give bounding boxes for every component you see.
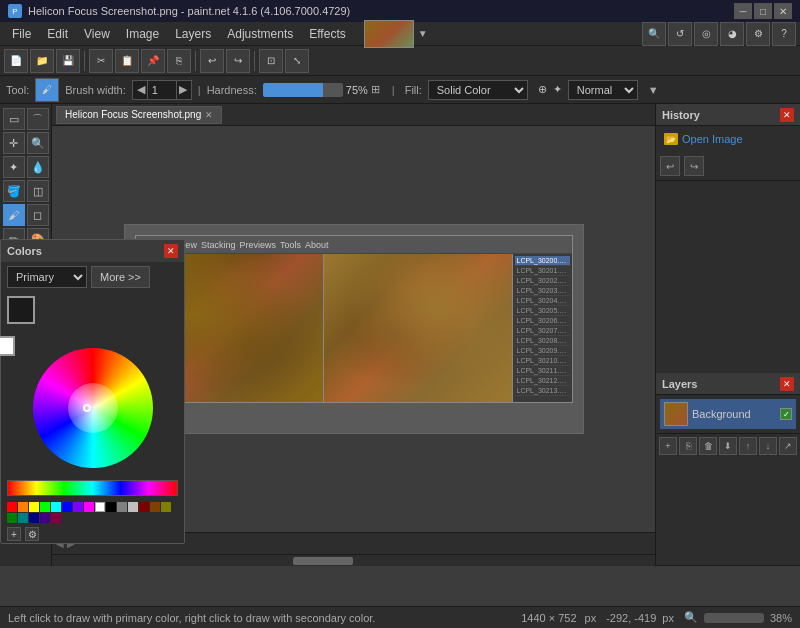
add-layer-button[interactable]: +: [659, 437, 677, 455]
swatch-white[interactable]: [95, 502, 105, 512]
secondary-color-box[interactable]: [0, 336, 15, 356]
minimize-button[interactable]: ─: [734, 3, 752, 19]
history-panel-close-button[interactable]: ✕: [780, 108, 794, 122]
tab-close-icon[interactable]: ✕: [205, 110, 213, 120]
move-tool[interactable]: ✛: [3, 132, 25, 154]
swatch-purple[interactable]: [40, 513, 50, 523]
color-settings-button[interactable]: ⚙: [25, 527, 39, 541]
undo-button[interactable]: ↩: [200, 49, 224, 73]
colors-more-button[interactable]: More >>: [91, 266, 150, 288]
layer-visibility-checkbox[interactable]: ✓: [780, 408, 792, 420]
paste-into-button[interactable]: ⎘: [167, 49, 191, 73]
brush-decrease-btn[interactable]: ◀: [135, 83, 147, 96]
brush-width-input[interactable]: [147, 80, 177, 100]
horizontal-scrollbar[interactable]: [52, 554, 655, 566]
canvas-tab-0[interactable]: Helicon Focus Screenshot.png ✕: [56, 106, 222, 124]
swatch-brown[interactable]: [150, 502, 160, 512]
swatch-magenta[interactable]: [84, 502, 94, 512]
menu-image[interactable]: Image: [118, 22, 167, 45]
color-gradient-bar[interactable]: [7, 480, 178, 496]
menu-view[interactable]: View: [76, 22, 118, 45]
add-swatch-button[interactable]: +: [7, 527, 21, 541]
rectangle-select-tool[interactable]: ▭: [3, 108, 25, 130]
cut-button[interactable]: ✂: [89, 49, 113, 73]
color-picker-tool[interactable]: 💧: [27, 156, 49, 178]
primary-color-box[interactable]: [7, 296, 35, 324]
maximize-button[interactable]: □: [754, 3, 772, 19]
swatch-cyan[interactable]: [51, 502, 61, 512]
layer-item-0[interactable]: Background ✓: [660, 399, 796, 429]
copy-button[interactable]: 📋: [115, 49, 139, 73]
swatch-olive[interactable]: [161, 502, 171, 512]
swatch-teal[interactable]: [18, 513, 28, 523]
paintbrush-tool[interactable]: 🖌: [3, 204, 25, 226]
open-button[interactable]: 📁: [30, 49, 54, 73]
swatch-green[interactable]: [7, 513, 17, 523]
redo-button[interactable]: ↪: [226, 49, 250, 73]
swatch-maroon[interactable]: [139, 502, 149, 512]
eraser-tool[interactable]: ◻: [27, 204, 49, 226]
toolbar-icon-2[interactable]: ↺: [668, 22, 692, 46]
toolbar-icon-1[interactable]: 🔍: [642, 22, 666, 46]
menu-layers[interactable]: Layers: [167, 22, 219, 45]
zoom-slider[interactable]: [704, 613, 764, 623]
colors-panel-close-button[interactable]: ✕: [164, 244, 178, 258]
layers-panel: Layers ✕ Background ✓ + ⎘ 🗑 ⬇ ↑ ↓ ↗: [656, 373, 800, 566]
swatch-gray[interactable]: [117, 502, 127, 512]
colors-panel-title: Colors: [7, 245, 42, 257]
blend-mode-dropdown[interactable]: Normal Multiply Screen: [568, 80, 638, 100]
resize-button[interactable]: ⤡: [285, 49, 309, 73]
lasso-select-tool[interactable]: ⌒: [27, 108, 49, 130]
color-type-dropdown[interactable]: Primary Secondary: [7, 266, 87, 288]
move-down-button[interactable]: ↓: [759, 437, 777, 455]
merge-down-button[interactable]: ⬇: [719, 437, 737, 455]
history-item-icon: 📂: [664, 133, 678, 145]
color-wheel[interactable]: [33, 348, 153, 468]
swatch-yellow[interactable]: [29, 502, 39, 512]
save-button[interactable]: 💾: [56, 49, 80, 73]
toolbar-icon-6[interactable]: ?: [772, 22, 796, 46]
separator-3: [254, 51, 255, 71]
menu-file[interactable]: File: [4, 22, 39, 45]
swatch-black[interactable]: [106, 502, 116, 512]
zoom-level: 🔍: [684, 611, 698, 624]
brush-increase-btn[interactable]: ▶: [177, 83, 189, 96]
swatch-red[interactable]: [7, 502, 17, 512]
duplicate-layer-button[interactable]: ⎘: [679, 437, 697, 455]
hardness-slider[interactable]: [263, 83, 343, 97]
fill-dropdown[interactable]: Solid Color Linear Gradient Radial Gradi…: [428, 80, 528, 100]
paste-button[interactable]: 📌: [141, 49, 165, 73]
hardness-expand-icon[interactable]: ⊞: [371, 83, 380, 96]
close-button[interactable]: ✕: [774, 3, 792, 19]
magic-wand-tool[interactable]: ✦: [3, 156, 25, 178]
crop-button[interactable]: ⊡: [259, 49, 283, 73]
toolbar-icon-5[interactable]: ⚙: [746, 22, 770, 46]
undo-button[interactable]: ↩: [660, 156, 680, 176]
layer-properties-button[interactable]: ↗: [779, 437, 797, 455]
swatch-silver[interactable]: [128, 502, 138, 512]
menu-adjustments[interactable]: Adjustments: [219, 22, 301, 45]
swatch-blue[interactable]: [62, 502, 72, 512]
dropdown-arrow-icon[interactable]: ▼: [418, 28, 428, 39]
layers-panel-close-button[interactable]: ✕: [780, 377, 794, 391]
move-up-button[interactable]: ↑: [739, 437, 757, 455]
menu-effects[interactable]: Effects: [301, 22, 353, 45]
zoom-tool[interactable]: 🔍: [27, 132, 49, 154]
gradient-tool[interactable]: ◫: [27, 180, 49, 202]
swatch-violet[interactable]: [73, 502, 83, 512]
h-scroll-thumb[interactable]: [293, 557, 353, 565]
swatch-navy[interactable]: [29, 513, 39, 523]
menu-edit[interactable]: Edit: [39, 22, 76, 45]
toolbar-icon-3[interactable]: ◎: [694, 22, 718, 46]
toolbar-icon-4[interactable]: ◕: [720, 22, 744, 46]
swatch-orange[interactable]: [18, 502, 28, 512]
swatch-rose[interactable]: [51, 513, 61, 523]
swatch-lime[interactable]: [40, 502, 50, 512]
delete-layer-button[interactable]: 🗑: [699, 437, 717, 455]
paint-bucket-tool[interactable]: 🪣: [3, 180, 25, 202]
new-button[interactable]: 📄: [4, 49, 28, 73]
active-tool-icon[interactable]: 🖌: [35, 78, 59, 102]
redo-button[interactable]: ↪: [684, 156, 704, 176]
color-wheel-selector[interactable]: [83, 404, 91, 412]
history-item-0[interactable]: 📂 Open Image: [660, 130, 796, 148]
